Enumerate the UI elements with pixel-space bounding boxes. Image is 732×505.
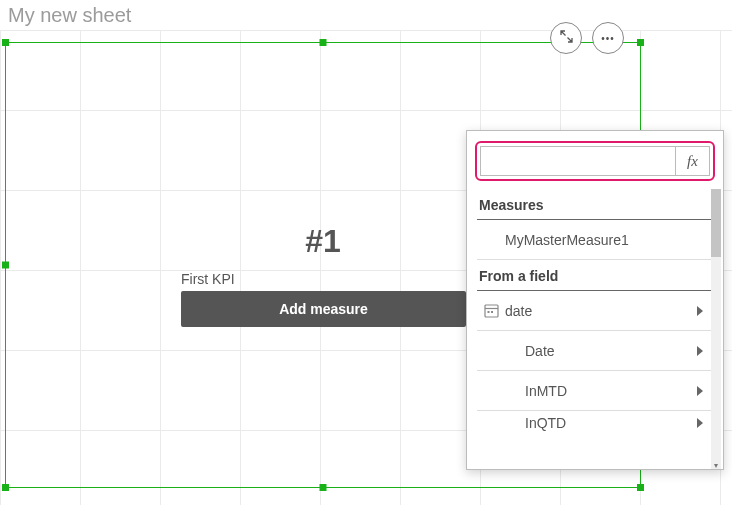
resize-handle[interactable] [637, 484, 644, 491]
search-highlight-ring: fx [475, 141, 715, 181]
fx-icon: fx [687, 153, 698, 170]
list-item-label: Date [525, 343, 697, 359]
add-measure-label: Add measure [279, 301, 368, 317]
calendar-icon [477, 303, 505, 318]
chevron-right-icon [697, 418, 703, 428]
list-item-label: MyMasterMeasure1 [505, 232, 703, 248]
object-action-buttons [550, 22, 624, 54]
picker-body: ▴ ▾ Measures MyMasterMeasure1 From a fie… [467, 189, 723, 469]
chevron-right-icon [697, 346, 703, 356]
resize-handle[interactable] [637, 39, 644, 46]
expression-editor-button[interactable]: fx [675, 147, 709, 175]
resize-handle[interactable] [320, 39, 327, 46]
sheet-title[interactable]: My new sheet [8, 4, 131, 27]
list-item-label: InQTD [525, 415, 697, 431]
list-item-measure[interactable]: MyMasterMeasure1 [477, 220, 715, 260]
group-header-measures: Measures [477, 189, 715, 220]
list-item-field-date-cap[interactable]: Date [477, 331, 715, 371]
list-item-label: date [505, 303, 697, 319]
svg-rect-2 [487, 311, 489, 313]
fullscreen-button[interactable] [550, 22, 582, 54]
list-item-field-date[interactable]: date [477, 291, 715, 331]
group-header-from-field: From a field [477, 260, 715, 291]
list-item-field-inmtd[interactable]: InMTD [477, 371, 715, 411]
chevron-right-icon [697, 386, 703, 396]
search-row: fx [480, 146, 710, 176]
kpi-label-text: First KPI [181, 271, 235, 287]
add-measure-button[interactable]: Add measure [181, 291, 466, 327]
resize-handle[interactable] [320, 484, 327, 491]
svg-rect-3 [491, 311, 493, 313]
resize-handle[interactable] [2, 484, 9, 491]
fullscreen-icon [560, 30, 573, 46]
more-options-button[interactable] [592, 22, 624, 54]
list-item-field-inqtd[interactable]: InQTD [477, 411, 715, 435]
resize-handle[interactable] [2, 39, 9, 46]
measure-picker-popup: fx ▴ ▾ Measures MyMasterMeasure1 From a … [466, 130, 724, 470]
list-item-label: InMTD [525, 383, 697, 399]
scrollbar-thumb[interactable] [711, 189, 721, 257]
search-input[interactable] [481, 147, 675, 175]
scrollbar-down-arrow[interactable]: ▾ [711, 461, 721, 469]
chevron-right-icon [697, 306, 703, 316]
resize-handle[interactable] [2, 262, 9, 269]
